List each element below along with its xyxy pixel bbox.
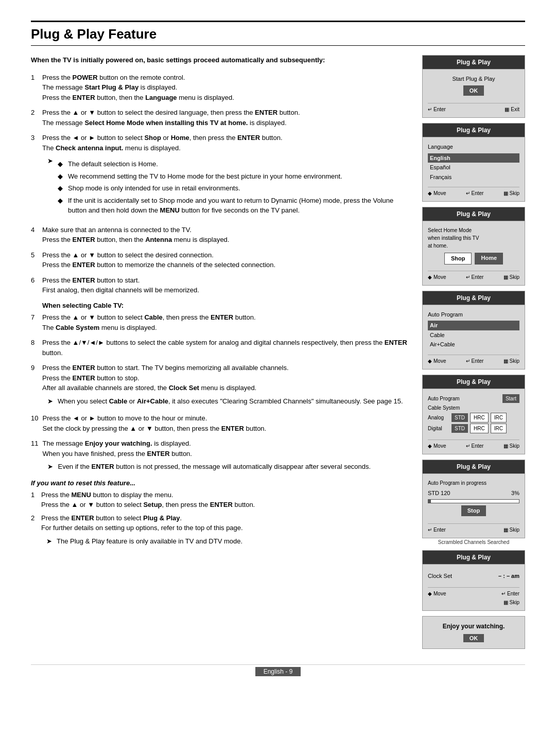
reset-step-2-num: 2 — [31, 513, 38, 550]
panel2-footer: ◆ Move ↵ Enter ▦ Skip — [428, 187, 519, 197]
panel3-label: Select Home Modewhen installing this TVa… — [428, 226, 519, 250]
panel4-footer: ◆ Move ↵ Enter ▦ Skip — [428, 355, 519, 365]
panel7-body: Clock Set – : – am — [428, 568, 519, 585]
panel6-progress-row: STD 120 3% — [428, 489, 519, 498]
panel6-enter: ↵ Enter — [428, 526, 446, 534]
reset-step-1-num: 1 — [31, 490, 38, 510]
panel6-channel: STD 120 — [428, 489, 450, 498]
lang-english[interactable]: English — [428, 153, 519, 163]
stop-btn[interactable]: Stop — [461, 505, 486, 516]
step-6-content: Press the ENTER button to start. First a… — [42, 275, 410, 295]
step-9-num: 9 — [31, 363, 38, 408]
auto-prog-air-cable[interactable]: Air+Cable — [428, 340, 519, 349]
left-column: When the TV is initially powered on, bas… — [31, 55, 410, 649]
enjoy-text: Enjoy your watching. — [428, 623, 519, 630]
panel1-exit: ▦ Exit — [505, 106, 519, 113]
panel7-enter: ↵ Enter — [501, 590, 519, 597]
sub-note-diamonds: ◆The default selection is Home. ◆We reco… — [58, 159, 410, 216]
arrow-icon-11: ➤ — [47, 462, 55, 472]
step-1: 1 Press the POWER button on the remote c… — [31, 73, 410, 103]
analog-std[interactable]: STD — [451, 413, 468, 422]
panel5-header-row: Auto Program Start — [428, 394, 519, 403]
step-8: 8 Press the ▲/▼/◄/► buttons to select th… — [31, 338, 410, 358]
step-9: 9 Press the ENTER button to start. The T… — [31, 363, 410, 408]
panel5-label2: Cable System — [428, 404, 519, 412]
panel2-skip: ▦ Skip — [503, 189, 519, 197]
move-icon-5: ◆ — [428, 442, 432, 450]
panel1-footer: ↵ Enter ▦ Exit — [428, 103, 519, 113]
panel5-title: Plug & Play — [423, 375, 525, 389]
panel1-label: Start Plug & Play — [428, 75, 519, 83]
digital-irc[interactable]: IRC — [491, 424, 507, 433]
lang-francais[interactable]: Français — [428, 172, 519, 182]
analog-hrc[interactable]: HRC — [470, 413, 489, 423]
panel4-move: ◆ Move — [428, 357, 446, 365]
panel5-start-btn[interactable]: Start — [502, 394, 519, 403]
arrow-icon: ➤ — [47, 156, 55, 218]
step-11-content: The message Enjoy your watching. is disp… — [42, 438, 410, 474]
reset-step-2: 2 Press the ENTER button to select Plug … — [31, 513, 410, 550]
step-4: 4 Make sure that an antenna is connected… — [31, 225, 410, 245]
step-9-content: Press the ENTER button to start. The TV … — [42, 363, 410, 408]
auto-prog-cable[interactable]: Cable — [428, 330, 519, 340]
reset-header: If you want to reset this feature... — [31, 479, 410, 487]
step-1-content: Press the POWER button on the remote con… — [42, 73, 410, 103]
clock-label: Clock Set — [428, 572, 452, 581]
cable-note: ➤ When you select Cable or Air+Cable, it… — [47, 396, 410, 407]
reset-step-2-content: Press the ENTER button to select Plug & … — [41, 513, 410, 550]
step-3-subnotes: ➤ ◆The default selection is Home. ◆We re… — [42, 156, 410, 218]
panel-auto-program: Plug & Play Auto Program Air Cable Air+C… — [422, 291, 525, 370]
panel2-move: ◆ Move — [428, 189, 446, 197]
digital-std[interactable]: STD — [451, 424, 468, 433]
panel3-footer: ◆ Move ↵ Enter ▦ Skip — [428, 271, 519, 281]
diamond-3: ◆Shop mode is only intended for use in r… — [58, 183, 410, 194]
panel6-skip: ▦ Skip — [503, 526, 519, 534]
step-11-notes: ➤ Even if the ENTER button is not presse… — [42, 462, 410, 472]
panel3-btn-row: Shop Home — [428, 253, 519, 265]
enter-icon-4: ↵ — [466, 357, 470, 365]
page-header: Plug & Play Feature — [31, 21, 525, 46]
diamond-icon-3: ◆ — [58, 183, 65, 194]
analog-irc[interactable]: IRC — [491, 413, 507, 423]
reset-note: ➤ The Plug & Play feature is only availa… — [41, 536, 410, 547]
diamond-4: ◆If the unit is accidentally set to Shop… — [58, 196, 410, 216]
panel5-label1: Auto Program — [428, 395, 460, 402]
sub-note-arrow: ➤ ◆The default selection is Home. ◆We re… — [47, 156, 410, 218]
step-10: 10 Press the ◄ or ► button to move to th… — [31, 413, 410, 433]
shop-btn[interactable]: Shop — [444, 253, 472, 265]
panel5-analog-row: Analog STD HRC IRC — [428, 413, 519, 423]
skip-icon-6: ▦ — [503, 526, 508, 534]
digital-hrc[interactable]: HRC — [470, 424, 489, 433]
cable-tv-header-item: When selecting Cable TV: — [31, 301, 410, 311]
lang-espanol[interactable]: Español — [428, 163, 519, 172]
panel3-skip: ▦ Skip — [503, 273, 519, 281]
step-10-num: 10 — [31, 413, 38, 433]
panel6-title: Plug & Play — [423, 460, 525, 474]
step-2: 2 Press the ▲ or ▼ button to select the … — [31, 108, 410, 128]
panel6-stop-row: Stop — [428, 505, 519, 516]
clock-value: – : – am — [498, 572, 519, 581]
panel6-body: Auto Program in progress STD 120 3% Stop — [428, 477, 519, 520]
footer-text: English - 9 — [255, 667, 301, 676]
auto-prog-air[interactable]: Air — [428, 321, 519, 330]
enter-icon-2: ↵ — [466, 189, 470, 197]
enjoy-ok-btn[interactable]: OK — [463, 634, 484, 642]
arrow-icon-cable: ➤ — [47, 396, 55, 407]
panel5-footer: ◆ Move ↵ Enter ▦ Skip — [428, 439, 519, 450]
exit-icon-1: ▦ — [505, 106, 509, 113]
reset-steps: 1 Press the MENU button to display the m… — [31, 490, 410, 550]
page-footer: English - 9 — [31, 664, 525, 678]
panel2-body: Language English Español Français — [428, 140, 519, 184]
arrow-icon-reset: ➤ — [46, 536, 54, 547]
home-btn[interactable]: Home — [475, 253, 503, 265]
panel3-body: Select Home Modewhen installing this TVa… — [428, 224, 519, 268]
panel5-body: Auto Program Start Cable System Analog S… — [428, 392, 519, 436]
step-9-notes: ➤ When you select Cable or Air+Cable, it… — [42, 396, 410, 407]
panel1-body: Start Plug & Play OK — [428, 73, 519, 100]
step-7: 7 Press the ▲ or ▼ button to select Cabl… — [31, 312, 410, 332]
cable-tv-header: When selecting Cable TV: — [42, 301, 124, 311]
panel-progress: Plug & Play Auto Program in progress STD… — [422, 460, 525, 538]
skip-icon-3: ▦ — [503, 273, 508, 281]
reset-note-item: ➤ The Plug & Play feature is only availa… — [46, 536, 410, 547]
panel1-ok-btn[interactable]: OK — [463, 85, 484, 96]
